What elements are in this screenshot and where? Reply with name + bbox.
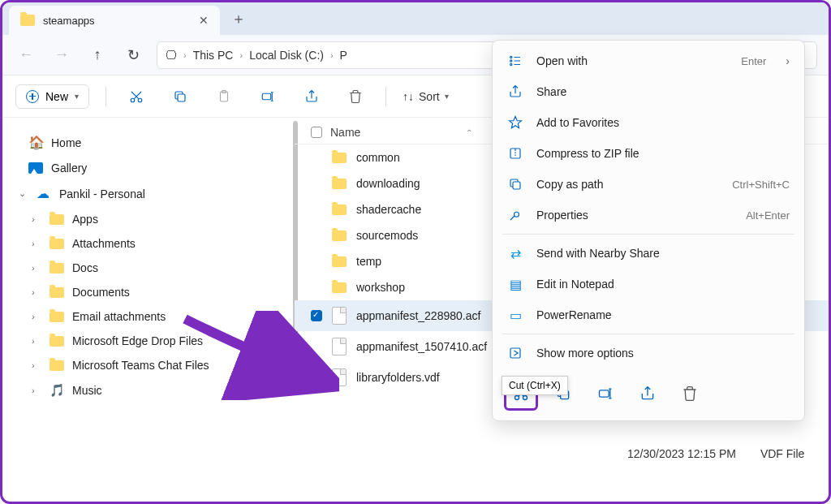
ctx-label: Properties xyxy=(536,209,733,222)
folder-icon xyxy=(50,287,64,298)
sidebar-item-label: Microsoft Edge Drop Files xyxy=(72,334,203,347)
sidebar-item-onedrive[interactable]: ⌄ ☁ Pankil - Personal xyxy=(9,180,288,207)
tab-strip: steamapps ✕ ＋ xyxy=(2,2,829,35)
sidebar-item-home[interactable]: 🏠 Home xyxy=(9,129,288,156)
chevron-right-icon[interactable]: › xyxy=(32,312,41,321)
svg-rect-15 xyxy=(600,390,609,397)
ctx-nearby-share[interactable]: ⇄ Send with Nearby Share xyxy=(493,238,804,269)
sidebar-item-attachments[interactable]: ›Attachments xyxy=(9,231,288,256)
breadcrumb[interactable]: This PC xyxy=(193,49,234,62)
chevron-right-icon[interactable]: › xyxy=(32,214,41,224)
ctx-properties[interactable]: Properties Alt+Enter xyxy=(493,200,804,230)
up-button[interactable]: ↑ xyxy=(85,43,110,67)
chevron-right-icon[interactable]: › xyxy=(32,360,41,370)
sidebar-item-email[interactable]: ›Email attachments xyxy=(9,304,288,329)
sidebar: 🏠 Home Gallery ⌄ ☁ Pankil - Personal ›Ap… xyxy=(2,118,295,502)
sidebar-item-label: Pankil - Personal xyxy=(59,187,145,200)
separator xyxy=(105,87,106,106)
ctx-powerrename[interactable]: ▭ PowerRename xyxy=(493,299,804,330)
sidebar-item-docs[interactable]: ›Docs xyxy=(9,256,288,280)
ctx-notepad[interactable]: ▤ Edit in Notepad xyxy=(493,269,804,299)
ctx-share-button[interactable] xyxy=(631,377,665,411)
chevron-right-icon[interactable]: › xyxy=(32,336,41,346)
folder-icon xyxy=(332,230,347,241)
sidebar-item-label: Gallery xyxy=(51,162,87,174)
share-button[interactable] xyxy=(298,83,325,110)
chevron-down-icon[interactable]: ⌄ xyxy=(19,188,28,199)
ctx-rename-button[interactable] xyxy=(588,377,622,411)
new-label: New xyxy=(45,90,68,103)
cut-button[interactable] xyxy=(123,83,150,110)
nearby-icon: ⇄ xyxy=(507,245,523,261)
chevron-right-icon: › xyxy=(239,50,243,60)
folder-icon xyxy=(332,179,347,189)
sort-indicator-icon: ⌃ xyxy=(466,128,472,137)
paste-button[interactable] xyxy=(210,83,238,110)
star-icon xyxy=(507,114,523,131)
ctx-favorites[interactable]: Add to Favorites xyxy=(493,107,804,138)
folder-icon xyxy=(50,214,64,225)
date-modified: 12/30/2023 12:15 PM xyxy=(627,447,736,460)
folder-icon xyxy=(50,312,64,322)
svg-point-0 xyxy=(131,98,135,102)
tab-steamapps[interactable]: steamapps ✕ xyxy=(9,6,220,35)
ctx-open-with[interactable]: Open with Enter › xyxy=(493,45,804,76)
sidebar-item-music[interactable]: ›🎵Music xyxy=(9,377,288,403)
sidebar-item-edgedrop[interactable]: ›Microsoft Edge Drop Files xyxy=(9,329,288,353)
ctx-copy-path[interactable]: Copy as path Ctrl+Shift+C xyxy=(493,169,804,200)
file-icon xyxy=(332,338,347,355)
copy-button[interactable] xyxy=(166,83,194,110)
svg-rect-5 xyxy=(262,93,271,100)
delete-button[interactable] xyxy=(342,83,369,110)
svg-point-13 xyxy=(523,396,527,400)
sidebar-item-documents[interactable]: ›Documents xyxy=(9,280,288,304)
ctx-delete-button[interactable] xyxy=(673,377,707,411)
file-name: shadercache xyxy=(356,203,421,216)
chevron-right-icon: › xyxy=(183,50,187,60)
gallery-icon xyxy=(28,162,43,174)
breadcrumb[interactable]: Local Disk (C:) xyxy=(249,49,324,62)
breadcrumb[interactable]: P xyxy=(340,49,347,62)
sidebar-item-apps[interactable]: ›Apps xyxy=(9,207,288,231)
refresh-button[interactable]: ↻ xyxy=(121,43,145,67)
home-icon: 🏠 xyxy=(28,135,43,150)
svg-rect-2 xyxy=(178,94,185,101)
ctx-zip[interactable]: Compress to ZIP file xyxy=(493,138,804,169)
svg-rect-10 xyxy=(513,182,520,189)
copy-path-icon xyxy=(507,176,523,192)
forward-button[interactable]: → xyxy=(50,43,74,67)
close-icon[interactable]: ✕ xyxy=(199,14,209,27)
ctx-more-options[interactable]: Show more options xyxy=(493,338,804,368)
sidebar-item-teams[interactable]: ›Microsoft Teams Chat Files xyxy=(9,353,288,377)
ctx-label: Add to Favorites xyxy=(536,116,790,129)
powerrename-icon: ▭ xyxy=(507,307,523,323)
chevron-right-icon[interactable]: › xyxy=(32,263,41,273)
checkbox[interactable] xyxy=(311,310,322,321)
zip-icon xyxy=(507,145,523,162)
chevron-right-icon[interactable]: › xyxy=(32,239,41,248)
separator xyxy=(502,234,794,235)
tooltip-cut: Cut (Ctrl+X) xyxy=(502,376,568,395)
rename-button[interactable] xyxy=(254,83,282,110)
sidebar-item-label: Email attachments xyxy=(72,310,166,323)
new-tab-button[interactable]: ＋ xyxy=(231,9,246,28)
folder-icon xyxy=(50,263,64,274)
chevron-right-icon[interactable]: › xyxy=(32,287,41,297)
file-name: common xyxy=(356,151,400,164)
select-all-checkbox[interactable] xyxy=(311,127,322,138)
ctx-label: PowerRename xyxy=(536,308,790,321)
file-name: libraryfolders.vdf xyxy=(356,371,440,384)
open-with-icon xyxy=(507,53,523,69)
sidebar-item-gallery[interactable]: Gallery xyxy=(9,156,288,180)
column-name[interactable]: Name xyxy=(330,126,360,139)
ctx-label: Send with Nearby Share xyxy=(536,247,790,260)
folder-icon xyxy=(332,256,347,267)
ctx-label: Open with xyxy=(536,54,728,67)
chevron-right-icon[interactable]: › xyxy=(32,386,41,395)
ctx-share[interactable]: Share xyxy=(493,76,804,107)
new-button[interactable]: New ▾ xyxy=(15,84,89,109)
properties-icon xyxy=(507,207,523,223)
folder-icon xyxy=(332,282,347,293)
back-button[interactable]: ← xyxy=(14,43,38,67)
sort-button[interactable]: ↑↓ Sort ▾ xyxy=(403,90,449,103)
